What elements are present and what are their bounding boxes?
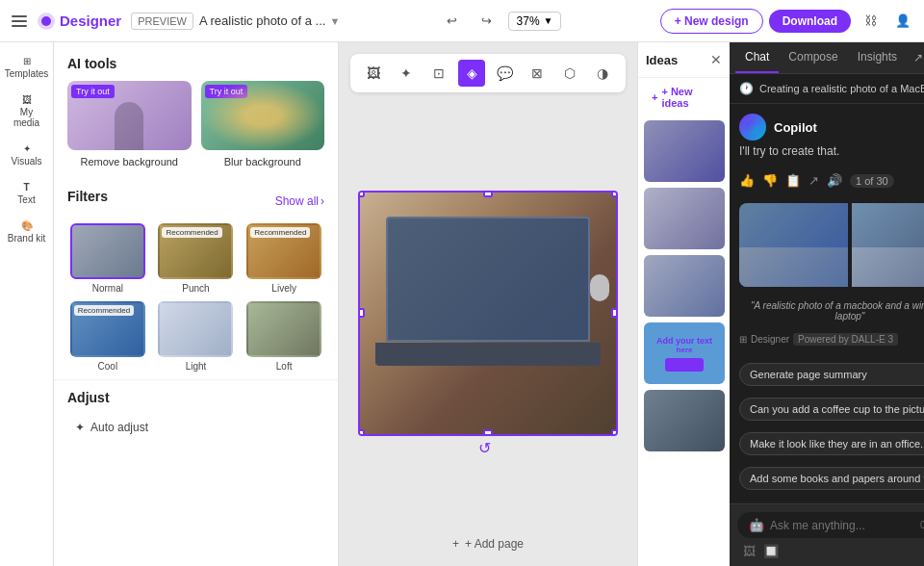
- sidebar-item-brand-kit[interactable]: 🎨 Brand kit: [4, 215, 50, 249]
- tab-insights[interactable]: Insights: [848, 42, 907, 73]
- idea-thumb-text[interactable]: Add your text here: [644, 322, 725, 384]
- idea-thumb-5[interactable]: [644, 390, 725, 451]
- copy-icon[interactable]: 📋: [785, 173, 801, 188]
- filter-cool[interactable]: Recommended Cool: [67, 301, 148, 372]
- filter-normal-label: Normal: [92, 283, 123, 294]
- sidebar-item-text[interactable]: T Text: [4, 176, 50, 211]
- resize-handle-rm[interactable]: [611, 308, 618, 318]
- canvas-tool-crop[interactable]: ⊡: [425, 60, 452, 87]
- canvas-tool-remove[interactable]: ⊠: [524, 60, 551, 87]
- resize-handle-lm[interactable]: [358, 308, 365, 318]
- tab-compose[interactable]: Compose: [779, 42, 847, 73]
- canvas-tool-animate[interactable]: ✦: [393, 60, 420, 87]
- gen-image-4[interactable]: [852, 247, 924, 288]
- resize-handle-tl[interactable]: [358, 191, 365, 197]
- redo-button[interactable]: ↪: [474, 8, 500, 35]
- canvas-tool-filter[interactable]: ◈: [458, 60, 485, 87]
- resize-handle-tr[interactable]: [611, 191, 618, 197]
- ai-tool-remove-bg[interactable]: Try it out Remove background: [67, 81, 192, 167]
- recommended-badge: Recommended: [74, 305, 134, 316]
- chat-sticker-icon[interactable]: 🔲: [763, 544, 779, 558]
- rotate-handle[interactable]: ↺: [478, 439, 491, 457]
- title-chevron-icon[interactable]: ▼: [329, 15, 340, 27]
- sidebar-item-visuals[interactable]: ✦ Visuals: [4, 138, 50, 172]
- show-all-button[interactable]: Show all ›: [275, 194, 324, 208]
- recommended-badge: Recommended: [250, 227, 310, 238]
- canvas-tool-more[interactable]: ⬡: [556, 60, 583, 87]
- resize-handle-tm[interactable]: [483, 191, 493, 197]
- ai-tools-section: AI tools Try it out Remove background Tr…: [54, 42, 338, 175]
- suggestion-generate-summary[interactable]: Generate page summary: [739, 363, 924, 386]
- filter-loft-label: Loft: [276, 361, 293, 372]
- visuals-icon: ✦: [23, 143, 31, 154]
- download-button[interactable]: Download: [769, 10, 851, 33]
- idea-thumb-1[interactable]: [644, 120, 725, 182]
- designer-source-icon: ⊞: [739, 334, 747, 345]
- canvas-image-frame[interactable]: [358, 191, 618, 436]
- chat-panel: Chat Compose Insights ↗ ↺ ⋯ ✕ 🕐 Creating…: [730, 42, 924, 566]
- copilot-message: I'll try to create that.: [739, 144, 924, 158]
- chat-input[interactable]: [770, 519, 914, 532]
- zoom-chevron-icon: ▼: [544, 15, 553, 26]
- suggestion-add-coffee[interactable]: Can you add a coffee cup to the picture?: [739, 398, 924, 421]
- hamburger-menu[interactable]: [8, 12, 31, 31]
- ideas-panel: Ideas ✕ + + New ideas Add your text here: [637, 42, 730, 566]
- left-panel: AI tools Try it out Remove background Tr…: [54, 42, 339, 566]
- ideas-close-button[interactable]: ✕: [710, 52, 722, 67]
- idea-thumb-3[interactable]: [644, 255, 725, 317]
- filter-loft[interactable]: Loft: [244, 301, 324, 372]
- generated-image-grid: [739, 203, 924, 287]
- sidebar-item-label: My media: [8, 107, 46, 128]
- canvas-wrapper: ↺: [350, 92, 626, 533]
- filter-punch-thumb: Recommended: [158, 223, 233, 279]
- undo-button[interactable]: ↩: [439, 8, 466, 35]
- profile-icon[interactable]: 👤: [889, 8, 916, 35]
- idea-thumb-2[interactable]: [644, 188, 725, 249]
- new-ideas-button[interactable]: + + New ideas: [644, 82, 724, 113]
- gen-image-3[interactable]: [739, 247, 848, 288]
- templates-icon: ⊞: [23, 56, 31, 66]
- auto-adjust-button[interactable]: ✦ Auto adjust: [67, 415, 324, 440]
- chat-body: Copilot I'll try to create that. 👍 👎 📋 ↗…: [730, 104, 924, 503]
- thumbs-up-icon[interactable]: 👍: [739, 173, 755, 188]
- filters-section: Filters Show all › Normal Recommended Pu…: [54, 175, 338, 379]
- resize-handle-br[interactable]: [611, 429, 618, 436]
- canvas-tool-speech[interactable]: 💬: [491, 60, 518, 87]
- document-title[interactable]: A realistic photo of a ... ▼: [199, 13, 340, 28]
- suggestion-office[interactable]: Make it look like they are in an office.: [739, 432, 924, 455]
- suggestion-books[interactable]: Add some books and papers around them: [739, 467, 924, 490]
- resize-handle-bl[interactable]: [358, 429, 365, 436]
- share-icon[interactable]: ↗: [808, 173, 819, 188]
- share-icon[interactable]: ⛓: [857, 8, 884, 35]
- filter-lively[interactable]: Recommended Lively: [244, 223, 324, 294]
- topbar-left: Designer PREVIEW A realistic photo of a …: [8, 12, 340, 31]
- blur-bg-label: Blur background: [224, 156, 301, 167]
- zoom-control[interactable]: 37% ▼: [508, 12, 562, 31]
- image-caption: "A realistic photo of a macbook and a wi…: [739, 300, 924, 322]
- ai-tool-blur-bg[interactable]: Try it out Blur background: [201, 81, 325, 167]
- volume-icon[interactable]: 🔊: [827, 173, 842, 188]
- topbar-center: ↩ ↪ 37% ▼: [346, 8, 654, 35]
- topbar: Designer PREVIEW A realistic photo of a …: [0, 0, 924, 42]
- sidebar-item-templates[interactable]: ⊞ Templates: [4, 50, 50, 85]
- copilot-logo: [739, 114, 766, 141]
- canvas-main-image: [360, 193, 616, 434]
- new-design-button[interactable]: + New design: [660, 9, 763, 34]
- filter-light[interactable]: Light: [156, 301, 237, 372]
- add-page-button[interactable]: + + Add page: [441, 533, 535, 554]
- canvas-tool-contrast[interactable]: ◑: [589, 60, 616, 87]
- brand-kit-icon: 🎨: [21, 220, 33, 231]
- canvas-tool-image[interactable]: 🖼: [360, 60, 387, 87]
- filter-punch[interactable]: Recommended Punch: [156, 223, 237, 294]
- filter-normal[interactable]: Normal: [67, 223, 148, 294]
- chat-new-icon[interactable]: ↗: [907, 46, 924, 69]
- my-media-icon: 🖼: [22, 94, 32, 105]
- thumbs-down-icon[interactable]: 👎: [762, 173, 778, 188]
- blur-bg-preview: Try it out: [201, 81, 325, 150]
- recommended-badge: Recommended: [162, 227, 221, 238]
- sidebar-item-my-media[interactable]: 🖼 My media: [4, 89, 50, 134]
- resize-handle-bm[interactable]: [483, 429, 493, 436]
- chat-image-icon[interactable]: 🖼: [743, 544, 756, 558]
- tab-chat[interactable]: Chat: [735, 42, 779, 73]
- preview-badge[interactable]: PREVIEW: [131, 13, 193, 30]
